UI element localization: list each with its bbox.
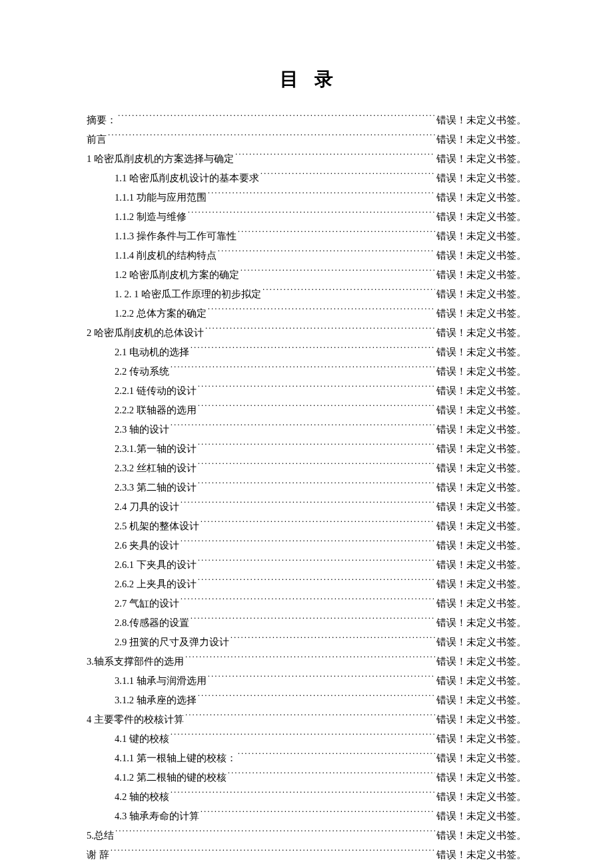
toc-row: 2.9 扭簧的尺寸及弹力设计错误！未定义书签。 xyxy=(87,633,526,652)
toc-page-ref: 错误！未定义书签。 xyxy=(436,749,526,768)
toc-entry-label: 2.3.2 丝杠轴的设计 xyxy=(115,459,197,478)
toc-leader-dots xyxy=(241,269,435,279)
toc-leader-dots xyxy=(261,172,435,182)
toc-row: 4.1.1 第一根轴上键的校核：错误！未定义书签。 xyxy=(87,749,526,768)
toc-row: 谢 辞错误！未定义书签。 xyxy=(87,845,526,865)
toc-entry-label: 1 哈密瓜削皮机的方案选择与确定 xyxy=(87,149,234,169)
toc-row: 2 哈密瓜削皮机的总体设计错误！未定义书签。 xyxy=(87,323,526,343)
doc-title: 目录 xyxy=(87,67,526,92)
toc-entry-label: 2.3.1.第一轴的设计 xyxy=(115,439,197,459)
toc-leader-dots xyxy=(115,829,435,839)
toc-leader-dots xyxy=(181,539,435,549)
toc-leader-dots xyxy=(198,694,435,704)
toc-leader-dots xyxy=(238,752,435,762)
toc-row: 1.1.4 削皮机的结构特点错误！未定义书签。 xyxy=(87,246,526,265)
toc-entry-label: 3.1.1 轴承与润滑选用 xyxy=(115,671,207,691)
toc-entry-label: 2.6.2 上夹具的设计 xyxy=(115,575,197,594)
toc-entry-label: 2.2.2 联轴器的选用 xyxy=(115,401,197,420)
toc-entry-label: 1.1.1 功能与应用范围 xyxy=(115,188,207,207)
toc-page-ref: 错误！未定义书签。 xyxy=(436,729,526,749)
toc-entry-label: 2.7 气缸的设计 xyxy=(115,594,179,613)
toc-page-ref: 错误！未定义书签。 xyxy=(436,439,526,459)
toc-entry-label: 2.9 扭簧的尺寸及弹力设计 xyxy=(115,633,229,652)
toc-page-ref: 错误！未定义书签。 xyxy=(436,671,526,691)
toc-page-ref: 错误！未定义书签。 xyxy=(436,710,526,729)
toc-entry-label: 4 主要零件的校核计算 xyxy=(87,710,184,729)
toc-row: 2.2 传动系统错误！未定义书签。 xyxy=(87,362,526,381)
toc-leader-dots xyxy=(171,791,435,801)
toc-entry-label: 2.1 电动机的选择 xyxy=(115,343,189,362)
toc-row: 4.3 轴承寿命的计算错误！未定义书签。 xyxy=(87,807,526,826)
toc-row: 2.1 电动机的选择错误！未定义书签。 xyxy=(87,343,526,362)
toc-page-ref: 错误！未定义书签。 xyxy=(436,652,526,671)
toc-page-ref: 错误！未定义书签。 xyxy=(436,207,526,227)
toc-leader-dots xyxy=(228,771,435,781)
toc-leader-dots xyxy=(198,578,435,588)
toc-page-ref: 错误！未定义书签。 xyxy=(436,787,526,807)
toc-page-ref: 错误！未定义书签。 xyxy=(436,517,526,536)
toc-page-ref: 错误！未定义书签。 xyxy=(436,555,526,575)
toc-leader-dots xyxy=(171,365,435,375)
toc-page-ref: 错误！未定义书签。 xyxy=(436,807,526,826)
toc-page-ref: 错误！未定义书签。 xyxy=(436,227,526,246)
toc-row: 参考文献错误！未定义书签。 xyxy=(87,865,526,868)
toc-row: 2.7 气缸的设计错误！未定义书签。 xyxy=(87,594,526,613)
toc-leader-dots xyxy=(263,288,435,298)
toc-leader-dots xyxy=(191,617,435,627)
toc-leader-dots xyxy=(208,675,435,685)
toc-leader-dots xyxy=(235,153,435,163)
toc-leader-dots xyxy=(185,655,435,665)
toc-row: 4.2 轴的校核错误！未定义书签。 xyxy=(87,787,526,807)
toc-entry-label: 3.1.2 轴承座的选择 xyxy=(115,691,197,710)
toc-page-ref: 错误！未定义书签。 xyxy=(436,343,526,362)
toc-page-ref: 错误！未定义书签。 xyxy=(436,246,526,265)
toc-leader-dots xyxy=(208,191,435,201)
toc-page-ref: 错误！未定义书签。 xyxy=(436,323,526,343)
toc-page-ref: 错误！未定义书签。 xyxy=(436,497,526,517)
toc-leader-dots xyxy=(181,501,435,511)
toc-page-ref: 错误！未定义书签。 xyxy=(436,362,526,381)
toc-row: 1.2.2 总体方案的确定错误！未定义书签。 xyxy=(87,304,526,323)
toc-row: 2.6.1 下夹具的设计错误！未定义书签。 xyxy=(87,555,526,575)
toc-row: 1 哈密瓜削皮机的方案选择与确定错误！未定义书签。 xyxy=(87,149,526,169)
toc-entry-label: 2.6 夹具的设计 xyxy=(115,536,179,555)
toc-page-ref: 错误！未定义书签。 xyxy=(436,633,526,652)
toc-row: 2.8.传感器的设置错误！未定义书签。 xyxy=(87,613,526,633)
toc-row: 4.1 键的校核错误！未定义书签。 xyxy=(87,729,526,749)
toc-leader-dots xyxy=(208,307,435,317)
toc-page-ref: 错误！未定义书签。 xyxy=(436,265,526,285)
toc-leader-dots xyxy=(231,636,435,646)
toc-leader-dots xyxy=(198,559,435,569)
toc-leader-dots xyxy=(171,733,435,743)
toc-entry-label: 4.3 轴承寿命的计算 xyxy=(115,807,199,826)
toc-entry-label: 2.3 轴的设计 xyxy=(115,420,169,439)
toc-row: 前言错误！未定义书签。 xyxy=(87,130,526,149)
toc-entry-label: 1.2 哈密瓜削皮机方案的确定 xyxy=(115,265,239,285)
toc-leader-dots xyxy=(218,249,435,259)
toc-row: 2.2.2 联轴器的选用错误！未定义书签。 xyxy=(87,401,526,420)
toc-page-ref: 错误！未定义书签。 xyxy=(436,285,526,304)
toc-entry-label: 2 哈密瓜削皮机的总体设计 xyxy=(87,323,204,343)
toc-page-ref: 错误！未定义书签。 xyxy=(436,536,526,555)
toc-leader-dots xyxy=(108,133,435,143)
toc-row: 4.1.2 第二根轴的键的校核错误！未定义书签。 xyxy=(87,768,526,787)
toc-row: 3.1.2 轴承座的选择错误！未定义书签。 xyxy=(87,691,526,710)
toc-entry-label: 5.总结 xyxy=(87,826,114,845)
toc-row: 摘要：错误！未定义书签。 xyxy=(87,111,526,130)
toc-leader-dots xyxy=(198,462,435,472)
toc-leader-dots xyxy=(198,443,435,453)
toc-page-ref: 错误！未定义书签。 xyxy=(436,149,526,169)
toc-row: 1.1 哈密瓜削皮机设计的基本要求错误！未定义书签。 xyxy=(87,169,526,188)
toc-leader-dots xyxy=(171,423,435,433)
toc-page-ref: 错误！未定义书签。 xyxy=(436,459,526,478)
toc-row: 1.1.1 功能与应用范围错误！未定义书签。 xyxy=(87,188,526,207)
toc-entry-label: 2.2 传动系统 xyxy=(115,362,169,381)
toc-page-ref: 错误！未定义书签。 xyxy=(436,594,526,613)
toc-entry-label: 4.2 轴的校核 xyxy=(115,787,169,807)
toc-leader-dots xyxy=(191,346,435,356)
toc-leader-dots xyxy=(201,520,435,530)
toc-entry-label: 1.1 哈密瓜削皮机设计的基本要求 xyxy=(115,169,259,188)
toc-leader-dots xyxy=(181,597,435,607)
toc-page-ref: 错误！未定义书签。 xyxy=(436,575,526,594)
toc-page-ref: 错误！未定义书签。 xyxy=(436,169,526,188)
